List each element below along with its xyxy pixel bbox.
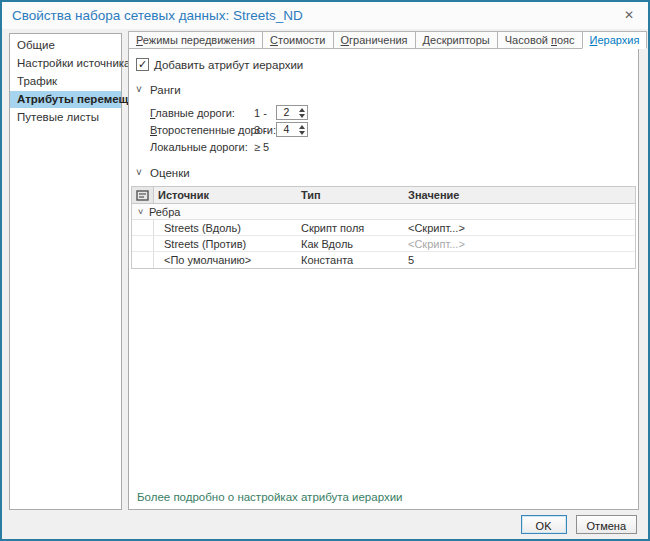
ranges-section-label: Ранги: [150, 84, 181, 96]
chevron-down-icon: ˅: [136, 168, 148, 178]
spinner-arrows-icon[interactable]: [296, 123, 307, 136]
secondary-roads-value: 4: [277, 123, 296, 136]
evaluators-section-header[interactable]: ˅ Оценки: [136, 167, 638, 179]
source-cell: <По умолчанию>: [154, 252, 297, 268]
table-row[interactable]: <По умолчанию> Константа 5: [132, 252, 635, 268]
add-hierarchy-attribute-label: Добавить атрибут иерархии: [154, 59, 303, 71]
type-cell[interactable]: Как Вдоль: [297, 236, 404, 251]
cancel-button[interactable]: Отмена: [576, 515, 637, 534]
value-cell[interactable]: <Скрипт...>: [404, 220, 635, 235]
evaluators-table-header: Источник Тип Значение: [132, 187, 635, 204]
sidebar: Общие Настройки источника Трафик Атрибут…: [9, 33, 122, 510]
tab-descriptors[interactable]: Дескрипторы: [415, 31, 498, 49]
secondary-roads-row: Второстепенные дороги: 3 - 4: [150, 122, 638, 137]
ok-button[interactable]: OK: [521, 515, 567, 534]
secondary-roads-spinner[interactable]: 4: [276, 122, 308, 137]
ranges-group: Главные дороги: 1 - 2 Второстепенные дор…: [150, 105, 638, 154]
add-hierarchy-attribute-row: ✓ Добавить атрибут иерархии: [136, 58, 638, 71]
value-cell[interactable]: 5: [404, 252, 635, 268]
source-cell: Streets (Против): [154, 236, 297, 251]
local-roads-row: Локальные дороги: ≥ 5: [150, 139, 638, 154]
row-selector-cell[interactable]: [132, 236, 154, 251]
column-header-value[interactable]: Значение: [404, 187, 635, 203]
tab-costs[interactable]: Стоимости: [262, 31, 334, 49]
dialog-title: Свойства набора сетевых данных: Streets_…: [12, 8, 303, 23]
evaluators-table: Источник Тип Значение ˅ Ребра Streets (В…: [131, 186, 636, 269]
chevron-down-icon: ˅: [136, 85, 148, 95]
local-roads-range-value: ≥ 5: [254, 141, 276, 153]
column-header-type[interactable]: Тип: [297, 187, 404, 203]
edges-group-label: Ребра: [149, 206, 180, 218]
type-cell[interactable]: Скрипт поля: [297, 220, 404, 235]
hierarchy-help-link[interactable]: Более подробно о настройках атрибута иер…: [137, 491, 403, 503]
sidebar-item-traffic[interactable]: Трафик: [10, 73, 121, 90]
type-cell[interactable]: Константа: [297, 252, 404, 268]
ranges-section-header[interactable]: ˅ Ранги: [136, 84, 638, 96]
primary-roads-range-prefix: 1 -: [254, 107, 276, 119]
primary-roads-row: Главные дороги: 1 - 2: [150, 105, 638, 120]
value-cell[interactable]: <Скрипт...>: [404, 236, 635, 251]
spinner-arrows-icon[interactable]: [296, 106, 307, 119]
tab-bar: Режимы передвижения Стоимости Ограничени…: [128, 31, 646, 49]
chevron-down-icon: ˅: [138, 207, 149, 217]
secondary-roads-range-prefix: 3 -: [254, 124, 276, 136]
edges-group-row[interactable]: ˅ Ребра: [132, 204, 635, 220]
close-icon[interactable]: ✕: [620, 6, 638, 24]
primary-roads-spinner[interactable]: 2: [276, 105, 308, 120]
row-selector-cell[interactable]: [132, 220, 154, 235]
table-row[interactable]: Streets (Против) Как Вдоль <Скрипт...>: [132, 236, 635, 252]
primary-roads-label: Главные дороги:: [150, 107, 254, 119]
tab-restrictions[interactable]: Ограничения: [333, 31, 416, 49]
sidebar-item-directions[interactable]: Путевые листы: [10, 109, 121, 126]
column-header-source[interactable]: Источник: [154, 187, 297, 203]
hierarchy-tab-panel: ✓ Добавить атрибут иерархии ˅ Ранги Глав…: [128, 48, 639, 510]
titlebar: Свойства набора сетевых данных: Streets_…: [2, 2, 648, 29]
secondary-roads-label: Второстепенные дороги:: [150, 124, 254, 136]
sidebar-item-travel-attributes[interactable]: Атрибуты перемещения: [10, 91, 121, 108]
local-roads-label: Локальные дороги:: [150, 141, 254, 153]
table-row[interactable]: Streets (Вдоль) Скрипт поля <Скрипт...>: [132, 220, 635, 236]
row-selector-cell[interactable]: [132, 252, 154, 268]
evaluators-section-label: Оценки: [150, 167, 190, 179]
add-hierarchy-attribute-checkbox[interactable]: ✓: [136, 58, 149, 71]
source-cell: Streets (Вдоль): [154, 220, 297, 235]
network-dataset-properties-dialog: Свойства набора сетевых данных: Streets_…: [0, 0, 650, 541]
tab-hierarchy[interactable]: Иерархия: [582, 31, 648, 49]
evaluator-icon: [132, 187, 154, 203]
sidebar-item-general[interactable]: Общие: [10, 37, 121, 54]
tab-time-zone[interactable]: Часовой пояс: [497, 31, 583, 49]
dialog-footer: OK Отмена: [521, 515, 637, 534]
primary-roads-value: 2: [277, 106, 296, 119]
sidebar-item-source-settings[interactable]: Настройки источника: [10, 55, 121, 72]
tab-travel-modes[interactable]: Режимы передвижения: [128, 31, 263, 49]
